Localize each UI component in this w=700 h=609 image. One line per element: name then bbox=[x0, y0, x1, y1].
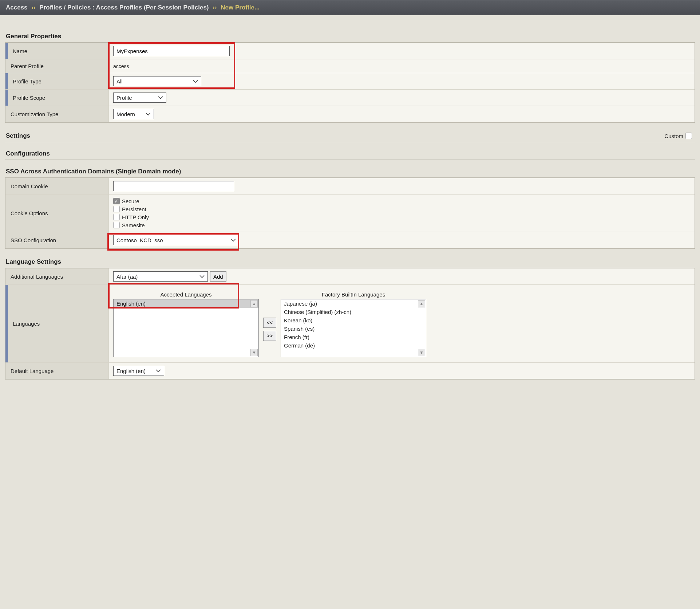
language-table: Additional Languages Afar (aa) Add Langu… bbox=[5, 268, 695, 380]
chevron-down-icon bbox=[199, 275, 205, 278]
chevron-down-icon bbox=[193, 79, 198, 83]
label-default-language: Default Language bbox=[5, 363, 109, 379]
chevron-down-icon bbox=[156, 369, 161, 373]
general-properties-table: Name Parent Profile access Profile Type … bbox=[5, 43, 695, 123]
chevron-down-icon bbox=[158, 96, 163, 99]
section-configurations: Configurations bbox=[5, 147, 695, 160]
scroll-up-icon[interactable]: ▲ bbox=[418, 300, 425, 307]
breadcrumb-profiles[interactable]: Profiles / Policies : Access Profiles (P… bbox=[39, 4, 209, 11]
profile-type-select[interactable]: All bbox=[113, 76, 201, 86]
accepted-languages-listbox[interactable]: ▲ ▼ English (en) bbox=[113, 299, 259, 357]
list-item[interactable]: Korean (ko) bbox=[281, 316, 426, 325]
section-sso-domains: SSO Across Authentication Domains (Singl… bbox=[5, 165, 695, 178]
default-language-value: English (en) bbox=[116, 368, 146, 374]
profile-type-value: All bbox=[116, 78, 123, 85]
scroll-down-icon[interactable]: ▼ bbox=[250, 349, 258, 356]
label-domain-cookie: Domain Cookie bbox=[5, 178, 109, 194]
profile-scope-value: Profile bbox=[116, 95, 132, 101]
custom-label: Custom bbox=[664, 133, 683, 139]
label-languages: Languages bbox=[5, 285, 109, 362]
section-settings: Settings Custom bbox=[5, 129, 695, 142]
additional-languages-value: Afar (aa) bbox=[116, 274, 138, 280]
label-parent-profile: Parent Profile bbox=[5, 59, 109, 73]
profile-scope-select[interactable]: Profile bbox=[113, 93, 166, 103]
httponly-checkbox[interactable] bbox=[113, 214, 120, 220]
default-language-select[interactable]: English (en) bbox=[113, 366, 164, 376]
list-item[interactable]: German (de) bbox=[281, 341, 426, 350]
breadcrumb-access[interactable]: Access bbox=[6, 4, 28, 11]
label-profile-scope: Profile Scope bbox=[5, 90, 109, 106]
sso-configuration-value: Contoso_KCD_sso bbox=[116, 237, 163, 243]
name-input[interactable] bbox=[113, 46, 230, 56]
move-left-button[interactable]: << bbox=[263, 318, 276, 328]
list-item[interactable]: English (en) bbox=[114, 299, 258, 308]
chevron-down-icon bbox=[231, 238, 236, 242]
chevron-down-icon bbox=[146, 112, 151, 116]
list-item[interactable]: Chinese (Simplified) (zh-cn) bbox=[281, 308, 426, 316]
scroll-up-icon[interactable]: ▲ bbox=[250, 300, 258, 307]
samesite-label: Samesite bbox=[122, 222, 145, 228]
scroll-down-icon[interactable]: ▼ bbox=[418, 349, 425, 356]
section-general-properties: General Properties bbox=[5, 30, 695, 43]
persistent-label: Persistent bbox=[122, 206, 146, 212]
label-sso-configuration: SSO Configuration bbox=[5, 232, 109, 248]
factory-languages-title: Factory BuiltIn Languages bbox=[322, 290, 385, 299]
additional-languages-select[interactable]: Afar (aa) bbox=[113, 271, 208, 282]
settings-title: Settings bbox=[6, 132, 30, 140]
samesite-checkbox[interactable] bbox=[113, 222, 120, 228]
list-item[interactable]: French (fr) bbox=[281, 333, 426, 341]
persistent-checkbox[interactable] bbox=[113, 206, 120, 212]
add-language-button[interactable]: Add bbox=[210, 271, 226, 282]
customization-type-select[interactable]: Modern bbox=[113, 109, 154, 119]
label-profile-type: Profile Type bbox=[5, 73, 109, 89]
httponly-label: HTTP Only bbox=[122, 214, 149, 220]
parent-profile-value: access bbox=[113, 63, 129, 69]
label-customization-type: Customization Type bbox=[5, 106, 109, 122]
factory-languages-listbox[interactable]: ▲ ▼ Japanese (ja)Chinese (Simplified) (z… bbox=[281, 299, 426, 357]
section-language-settings: Language Settings bbox=[5, 255, 695, 268]
sso-table: Domain Cookie Cookie Options ✓ Secure Pe… bbox=[5, 178, 695, 249]
custom-checkbox[interactable] bbox=[685, 133, 692, 139]
label-name: Name bbox=[5, 43, 109, 59]
label-cookie-options: Cookie Options bbox=[5, 195, 109, 232]
breadcrumb: Access ›› Profiles / Policies : Access P… bbox=[0, 0, 700, 15]
customization-type-value: Modern bbox=[116, 111, 135, 117]
label-additional-languages: Additional Languages bbox=[5, 268, 109, 284]
breadcrumb-sep: ›› bbox=[31, 4, 35, 11]
sso-configuration-select[interactable]: Contoso_KCD_sso bbox=[113, 235, 239, 245]
secure-label: Secure bbox=[122, 198, 139, 204]
list-item[interactable]: Spanish (es) bbox=[281, 325, 426, 333]
breadcrumb-sep: ›› bbox=[213, 4, 217, 11]
accepted-languages-title: Accepted Languages bbox=[161, 290, 212, 299]
domain-cookie-input[interactable] bbox=[113, 181, 234, 191]
list-item[interactable]: Japanese (ja) bbox=[281, 299, 426, 308]
move-right-button[interactable]: >> bbox=[263, 331, 276, 341]
breadcrumb-current: New Profile... bbox=[221, 4, 260, 11]
secure-checkbox[interactable]: ✓ bbox=[113, 198, 120, 204]
